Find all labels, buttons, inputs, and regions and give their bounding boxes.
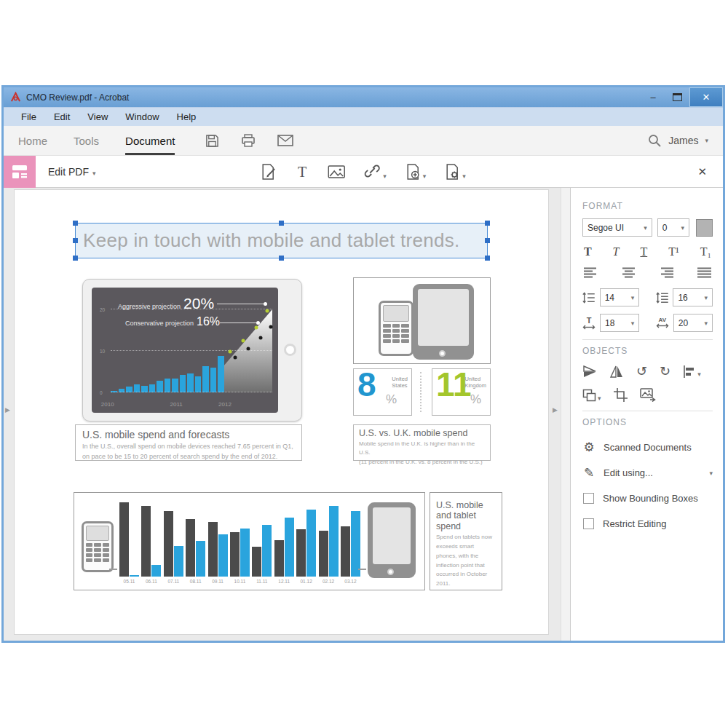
left-panel-expander[interactable]: ▶ [5,406,10,414]
pdf-page: Keep in touch with mobile and tablet tre… [14,189,549,635]
italic-button[interactable]: T [613,245,620,258]
toolbar: HomeToolsDocument James ▾ [4,126,723,156]
selection-handle[interactable] [73,221,78,226]
selection-handle[interactable] [485,238,490,243]
flip-vertical-icon[interactable] [582,365,597,378]
selection-handle[interactable] [73,238,78,243]
tablets-bar-10.11 [240,529,250,577]
email-icon[interactable] [277,135,293,146]
bold-button[interactable]: T [584,245,592,258]
paragraph-spacing-icon[interactable] [656,291,669,304]
rotate-cw-icon[interactable]: ↻ [660,363,670,379]
tablet-home-button [284,344,296,356]
objects-heading: OBJECTS [582,346,713,356]
edit-pdf-tool-icon[interactable] [4,156,36,188]
menu-item-window[interactable]: Window [116,111,167,122]
smart-phones-bar-06.11 [141,506,151,577]
year-label-2010: 2010 [101,401,114,408]
paragraph-spacing-select[interactable]: 16▾ [673,288,713,306]
edit-using-option[interactable]: ✎ Edit using... ▾ [582,460,713,486]
replace-image-icon[interactable] [640,388,656,402]
close-window-button[interactable]: ✕ [689,87,723,107]
maximize-button[interactable] [673,93,682,101]
link-icon[interactable] [364,164,381,180]
subscript-button[interactable]: T₁ [700,245,711,258]
align-justify-icon[interactable] [697,267,711,278]
aggressive-dot-0 [229,350,232,354]
print-icon[interactable] [241,134,256,148]
selection-handle[interactable] [485,256,490,261]
font-family-select[interactable]: Segoe UI▾ [582,218,652,237]
font-color-swatch[interactable] [696,219,713,237]
chart-bar-7 [165,379,171,392]
close-tool-button[interactable]: ✕ [697,165,707,178]
add-page-icon[interactable] [405,164,422,180]
chevron-down-icon[interactable]: ▾ [705,137,708,144]
edit-text-icon[interactable] [261,164,277,180]
selection-handle[interactable] [279,221,284,226]
document-canvas: ▶ ▶ Keep in touch with mobile and tablet… [4,188,570,641]
tab-tools[interactable]: Tools [74,126,99,155]
show-bounding-boxes-checkbox[interactable] [583,493,594,504]
font-size-select[interactable]: 0▾ [657,218,689,237]
chart-bar-11 [195,376,202,392]
tablets-bar-08.11 [196,541,205,577]
line-spacing-select[interactable]: 14▾ [600,288,640,306]
bars-03.12 [341,500,360,577]
add-image-icon[interactable] [328,165,345,179]
vertical-scrollbar[interactable] [561,188,570,641]
scanned-documents-option[interactable]: ⚙ Scanned Documents [582,435,713,460]
search-icon[interactable] [647,133,662,148]
selection-handle[interactable] [73,256,78,261]
dotted-divider [420,372,422,412]
gridline-0 [111,392,272,392]
restrict-editing-option[interactable]: Restrict Editing [582,511,713,537]
chevron-down-icon[interactable]: ▾ [423,173,427,180]
character-spacing-icon[interactable]: AV [656,317,669,328]
menu-item-view[interactable]: View [79,111,116,122]
selection-handle[interactable] [485,221,490,226]
minimize-button[interactable]: – [641,87,665,107]
horizontal-scale-select[interactable]: 18▾ [600,314,639,332]
menu-item-help[interactable]: Help [168,111,205,122]
user-menu[interactable]: James [668,135,698,146]
show-bounding-boxes-option[interactable]: Show Bounding Boxes [582,486,713,511]
align-objects-icon[interactable] [683,365,696,378]
align-right-icon[interactable] [660,267,673,278]
flip-horizontal-icon[interactable] [609,365,624,378]
character-spacing-select[interactable]: 20▾ [673,314,713,332]
bar-pair-08.11: 08.11 [186,500,205,584]
chevron-down-icon[interactable]: ▾ [462,173,466,180]
selection-handle[interactable] [279,256,284,261]
bar-pair-10.11: 10.11 [230,500,250,584]
tab-home[interactable]: Home [18,126,47,155]
horizontal-scale-icon[interactable]: T [582,317,596,330]
bar-pair-06.11: 06.11 [141,500,161,584]
underline-button[interactable]: T [640,245,647,258]
restrict-editing-checkbox[interactable] [583,518,594,529]
edit-pdf-label[interactable]: Edit PDF▾ [48,166,96,178]
menu-item-edit[interactable]: Edit [45,111,79,122]
add-text-icon[interactable]: T [296,165,309,179]
save-icon[interactable] [205,134,219,148]
tab-document[interactable]: Document [125,126,175,155]
year-label-2012: 2012 [218,401,232,408]
page-setup-icon[interactable] [445,164,461,180]
bars-06.11 [141,500,161,577]
chevron-down-icon[interactable]: ▾ [92,170,96,177]
chevron-down-icon[interactable]: ▾ [383,173,387,180]
align-center-icon[interactable] [622,267,636,278]
chevron-down-icon: ▾ [704,320,708,327]
x-label-12.11: 12.11 [278,579,290,584]
right-panel-expander[interactable]: ▶ [553,406,558,414]
line-spacing-icon[interactable] [582,291,596,304]
rotate-ccw-icon[interactable]: ↺ [636,363,647,379]
ytick-0: 0 [100,390,103,395]
chevron-down-icon: ▾ [709,470,713,477]
selected-text-box[interactable]: Keep in touch with mobile and tablet tre… [75,223,488,258]
arrange-icon[interactable] [582,389,596,402]
align-left-icon[interactable] [584,267,598,278]
menu-item-file[interactable]: File [12,111,45,122]
crop-icon[interactable] [614,388,628,402]
superscript-button[interactable]: T¹ [668,245,679,258]
